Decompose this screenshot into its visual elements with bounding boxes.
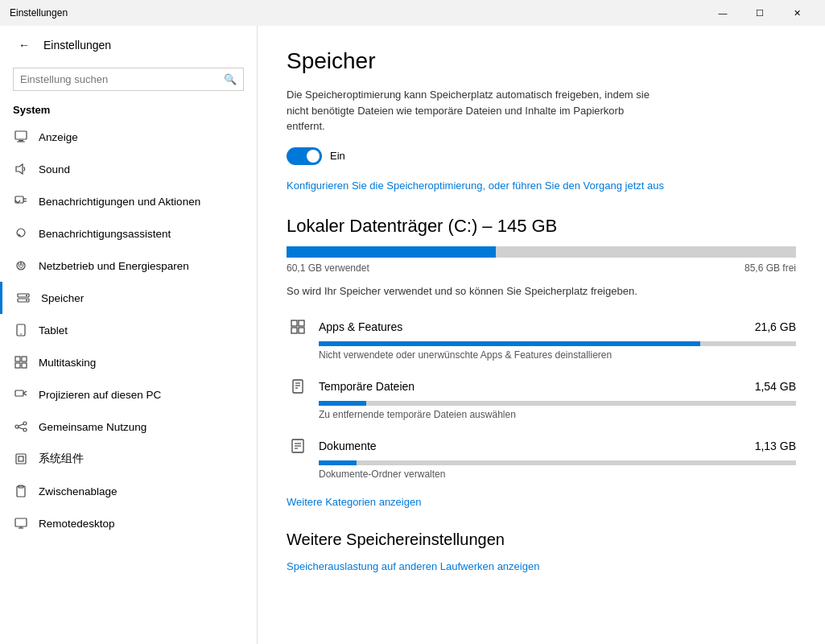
docs-bar-fill xyxy=(319,460,357,465)
search-input[interactable] xyxy=(14,68,217,90)
apps-bar-fill xyxy=(319,341,700,346)
systemkomponenten-label: 系统组件 xyxy=(39,452,84,466)
sidebar-item-zwischenablage[interactable]: Zwischenablage xyxy=(0,475,257,507)
search-icon: 🔍 xyxy=(217,73,243,85)
multitasking-label: Multitasking xyxy=(39,357,96,369)
config-link[interactable]: Konfigurieren Sie die Speicheroptimierun… xyxy=(287,178,796,194)
temp-size: 1,54 GB xyxy=(755,380,796,393)
sidebar-item-speicher[interactable]: Speicher xyxy=(0,282,257,314)
tablet-icon xyxy=(13,322,29,338)
svg-rect-1 xyxy=(19,140,23,142)
docs-desc: Dokumente-Ordner verwalten xyxy=(319,469,796,480)
sidebar-item-sound[interactable]: Sound xyxy=(0,153,257,185)
storage-optimization-toggle[interactable] xyxy=(287,147,322,165)
storage-item-docs[interactable]: Dokumente 1,13 GB Dokumente-Ordner verwa… xyxy=(287,435,796,480)
sidebar: ← Einstellungen 🔍 System Anzeige Sound xyxy=(0,26,258,644)
projizieren-label: Projizieren auf diesen PC xyxy=(39,389,161,401)
remotedesktop-icon xyxy=(13,515,29,531)
app-title: Einstellungen xyxy=(10,7,704,19)
docs-name: Dokumente xyxy=(319,440,755,452)
docs-bar xyxy=(319,460,796,465)
temp-name: Temporäre Dateien xyxy=(319,380,755,393)
storage-item-apps[interactable]: Apps & Features 21,6 GB Nicht verwendete… xyxy=(287,316,796,361)
svg-line-20 xyxy=(23,394,27,396)
gemeinsame-icon xyxy=(13,419,29,435)
sidebar-section-title: System xyxy=(0,101,257,121)
svg-point-13 xyxy=(20,333,22,335)
gemeinsame-label: Gemeinsame Nutzung xyxy=(39,421,146,433)
svg-rect-17 xyxy=(22,363,27,368)
svg-point-11 xyxy=(26,299,27,301)
apps-bar xyxy=(319,341,796,346)
window-controls: — ☐ ✕ xyxy=(704,0,815,26)
toggle-label: Ein xyxy=(330,150,345,162)
sidebar-item-gemeinsame[interactable]: Gemeinsame Nutzung xyxy=(0,411,257,443)
sidebar-item-benachrichtigungsassistent[interactable]: Benachrichtigungsassistent xyxy=(0,217,257,250)
maximize-button[interactable]: ☐ xyxy=(741,0,778,26)
toggle-row: Ein xyxy=(287,147,796,165)
further-link[interactable]: Speicherauslastung auf anderen Laufwerke… xyxy=(287,559,796,575)
more-categories-link[interactable]: Weitere Kategorien anzeigen xyxy=(287,496,421,508)
svg-point-10 xyxy=(26,295,27,296)
minimize-button[interactable]: — xyxy=(704,0,741,26)
sidebar-item-anzeige[interactable]: Anzeige xyxy=(0,121,257,153)
svg-rect-33 xyxy=(291,320,297,326)
back-button[interactable]: ← xyxy=(13,34,35,56)
sidebar-item-projizieren[interactable]: Projizieren auf diesen PC xyxy=(0,378,257,411)
svg-rect-34 xyxy=(299,320,304,326)
svg-line-19 xyxy=(23,391,27,394)
zwischenablage-icon xyxy=(13,483,29,499)
further-settings-title: Weitere Speichereinstellungen xyxy=(287,530,796,549)
sidebar-item-netzbetrieb[interactable]: Netzbetrieb und Energiesparen xyxy=(0,250,257,282)
svg-point-21 xyxy=(15,425,19,428)
svg-point-22 xyxy=(23,422,27,425)
multitasking-icon xyxy=(13,354,29,370)
netzbetrieb-label: Netzbetrieb und Energiesparen xyxy=(39,260,189,272)
sidebar-item-multitasking[interactable]: Multitasking xyxy=(0,346,257,378)
speicher-label: Speicher xyxy=(41,292,84,304)
storage-bar-container xyxy=(287,246,796,258)
svg-rect-16 xyxy=(15,363,20,368)
svg-rect-26 xyxy=(16,454,26,464)
close-button[interactable]: ✕ xyxy=(778,0,815,26)
svg-line-24 xyxy=(19,424,23,426)
svg-rect-15 xyxy=(22,357,27,361)
sidebar-header: ← Einstellungen xyxy=(0,26,257,64)
storage-item-temp[interactable]: Temporäre Dateien 1,54 GB Zu entfernende… xyxy=(287,375,796,420)
sound-icon xyxy=(13,161,29,177)
apps-size: 21,6 GB xyxy=(755,320,796,333)
svg-rect-36 xyxy=(299,328,304,333)
svg-rect-27 xyxy=(19,456,23,461)
benachrichtigungen-label: Benachrichtigungen und Aktionen xyxy=(39,196,200,208)
sidebar-app-title: Einstellungen xyxy=(43,39,111,52)
svg-rect-35 xyxy=(291,328,297,333)
storage-labels: 60,1 GB verwendet 85,6 GB frei xyxy=(287,262,796,274)
temp-bar xyxy=(319,401,796,406)
svg-rect-18 xyxy=(15,390,23,396)
storage-used-label: 60,1 GB verwendet xyxy=(287,262,369,274)
benachrichtigungsassistent-icon xyxy=(13,225,29,242)
svg-rect-14 xyxy=(15,357,20,361)
sidebar-item-systemkomponenten[interactable]: 系统组件 xyxy=(0,443,257,475)
sidebar-item-benachrichtigungen[interactable]: Benachrichtigungen und Aktionen xyxy=(0,185,257,217)
local-drive-title: Lokaler Datenträger (C:) – 145 GB xyxy=(287,216,796,237)
svg-rect-0 xyxy=(15,131,27,139)
svg-line-25 xyxy=(19,427,23,429)
content-area: Speicher Die Speicheroptimierung kann Sp… xyxy=(258,26,825,644)
temp-icon xyxy=(287,375,309,398)
svg-rect-30 xyxy=(15,518,27,526)
main-layout: ← Einstellungen 🔍 System Anzeige Sound xyxy=(0,26,825,644)
svg-marker-3 xyxy=(16,164,23,174)
sound-label: Sound xyxy=(39,163,70,175)
svg-rect-2 xyxy=(17,142,25,142)
storage-item-apps-header: Apps & Features 21,6 GB xyxy=(287,316,796,338)
apps-icon xyxy=(287,316,309,338)
description-text: Die Speicheroptimierung kann Speicherpla… xyxy=(287,87,657,134)
search-box: 🔍 xyxy=(13,68,244,91)
storage-bar-used xyxy=(287,246,496,258)
anzeige-label: Anzeige xyxy=(39,131,78,143)
sidebar-item-tablet[interactable]: Tablet xyxy=(0,314,257,346)
docs-icon xyxy=(287,435,309,457)
sidebar-item-remotedesktop[interactable]: Remotedesktop xyxy=(0,507,257,539)
anzeige-icon xyxy=(13,129,29,145)
